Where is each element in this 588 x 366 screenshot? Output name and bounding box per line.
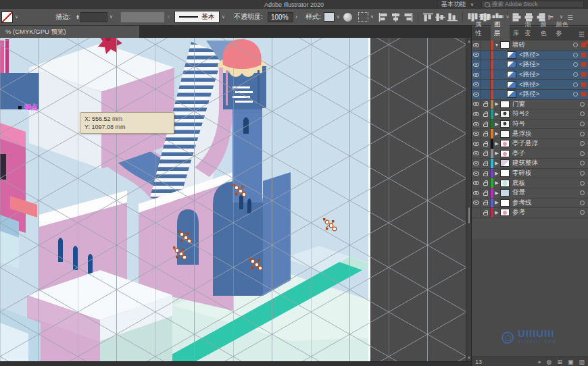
layer-thumbnail[interactable] (500, 130, 510, 138)
target-circle[interactable] (573, 62, 578, 67)
lock-icon[interactable] (481, 169, 491, 178)
eye-toggle-icon[interactable] (472, 60, 481, 70)
eye-toggle-icon[interactable] (472, 51, 481, 60)
layer-name[interactable]: 亭子 (512, 149, 580, 158)
expand-arrow[interactable]: ▶ (493, 190, 500, 196)
lock-icon[interactable] (481, 109, 491, 119)
chevron-down-icon[interactable]: ∨ (15, 14, 18, 20)
layer-thumbnail[interactable] (500, 110, 510, 117)
graphic-style-swatch[interactable] (324, 12, 335, 22)
tab-color-guide[interactable]: 颜色参 (554, 18, 576, 41)
eye-toggle-icon[interactable] (472, 199, 481, 208)
opacity-more-chevron[interactable]: › (295, 14, 297, 20)
eye-toggle-icon[interactable] (472, 178, 481, 188)
align-bottom-icon[interactable] (447, 13, 458, 22)
lock-cell[interactable] (481, 41, 491, 50)
target-circle[interactable] (580, 201, 585, 205)
layer-row[interactable]: <路径> (472, 80, 588, 90)
distribute-left-icon[interactable] (512, 13, 522, 22)
expand-arrow[interactable]: ▶ (493, 101, 500, 107)
target-circle[interactable] (573, 43, 578, 47)
eye-toggle-icon[interactable] (472, 129, 481, 138)
layer-name[interactable]: <路径> (519, 70, 573, 79)
target-circle[interactable] (580, 102, 585, 107)
tab-layers[interactable]: 图层 (491, 18, 510, 41)
eye-toggle-icon[interactable] (472, 90, 481, 99)
selection-square[interactable] (581, 92, 586, 97)
stroke-width-stepper[interactable]: ▲▼ (76, 14, 80, 20)
workspace-switcher[interactable]: 基本功能 ∨ (437, 1, 478, 8)
layer-thumbnail[interactable] (507, 71, 516, 78)
eye-toggle-icon[interactable] (472, 169, 481, 178)
target-circle[interactable] (580, 151, 585, 156)
layer-row[interactable]: ▶ 底板 (472, 178, 588, 188)
layer-thumbnail[interactable] (507, 61, 516, 68)
layer-row[interactable]: ▶ 门窗 (472, 100, 588, 110)
expand-arrow[interactable]: ▶ (493, 200, 500, 205)
layer-name[interactable]: 建筑整体 (512, 159, 580, 167)
delete-layer-icon[interactable]: ▥ (579, 359, 585, 366)
layer-name[interactable]: 符号 (512, 120, 580, 128)
selection-square[interactable] (581, 62, 586, 67)
layer-name[interactable]: <路径> (519, 60, 573, 69)
layer-thumbnail[interactable] (500, 189, 510, 197)
canvas-vertical-scrollbar[interactable]: ▲ ▼ (466, 38, 471, 361)
layer-row[interactable]: ▶ 参考线 (472, 199, 588, 209)
lock-cell[interactable] (481, 60, 491, 70)
layer-row[interactable]: ▶ 参考 (472, 208, 588, 218)
new-sublayer-icon[interactable]: ⊞ (557, 359, 562, 366)
target-circle[interactable] (573, 92, 578, 97)
target-circle[interactable] (580, 171, 585, 176)
layer-row[interactable]: <路径> (472, 60, 588, 70)
layer-name[interactable]: 背景 (512, 188, 580, 197)
recolor-artwork-icon[interactable] (343, 13, 352, 22)
expand-arrow[interactable]: ▶ (493, 180, 500, 186)
make-mask-icon[interactable]: ◍ (547, 359, 552, 366)
artboard-canvas[interactable]: 锚点 X: 556.52 mm Y: 1097.08 mm (0, 38, 466, 361)
lock-icon[interactable] (481, 178, 491, 188)
layer-thumbnail[interactable] (500, 180, 510, 187)
new-layer-icon[interactable]: ▣ (568, 359, 574, 366)
layer-name[interactable]: 亭子悬浮 (512, 139, 580, 148)
target-circle[interactable] (573, 53, 578, 57)
target-circle[interactable] (580, 210, 585, 215)
lock-icon[interactable] (481, 120, 491, 129)
layer-thumbnail[interactable] (500, 120, 510, 128)
select-similar-icon[interactable] (358, 12, 368, 22)
lock-icon[interactable] (481, 208, 491, 217)
target-circle[interactable] (580, 161, 585, 165)
chevron-down-icon[interactable]: ∨ (109, 14, 113, 20)
expand-arrow[interactable]: ▶ (493, 151, 500, 156)
layer-name[interactable]: 符号2 (512, 109, 580, 118)
align-h-center-icon[interactable] (391, 13, 401, 22)
layer-name[interactable]: <路径> (519, 51, 573, 59)
layer-name[interactable]: <路径> (519, 80, 573, 89)
expand-arrow[interactable]: ▶ (493, 161, 500, 166)
lock-icon[interactable] (481, 199, 491, 208)
lock-cell[interactable] (481, 51, 491, 60)
expand-arrow[interactable]: ▶ (493, 210, 500, 215)
target-circle[interactable] (573, 72, 578, 77)
align-left-icon[interactable] (378, 13, 389, 22)
layer-thumbnail[interactable] (507, 81, 516, 88)
layer-row[interactable]: <路径> (472, 51, 588, 61)
document-tab[interactable]: % (CMYK/GPU 预览) (0, 26, 139, 38)
lock-icon[interactable] (481, 159, 491, 168)
layer-thumbnail[interactable] (500, 150, 510, 157)
expand-arrow[interactable]: ▶ (493, 141, 500, 147)
eye-toggle-icon[interactable] (472, 188, 481, 198)
eye-toggle-icon[interactable] (472, 149, 481, 159)
fill-none-swatch[interactable] (1, 11, 13, 23)
stroke-width-field[interactable] (80, 12, 107, 22)
layer-row[interactable]: <路径> (472, 70, 588, 80)
expand-arrow[interactable]: ▶ (493, 171, 500, 176)
chevron-down-icon[interactable]: ∨ (222, 14, 225, 20)
tab-properties[interactable]: 属性 (472, 18, 491, 41)
layer-row[interactable]: ▶ 悬浮块 (472, 129, 588, 139)
layer-thumbnail[interactable] (500, 209, 510, 216)
target-circle[interactable] (580, 132, 585, 136)
lock-icon[interactable] (481, 100, 491, 109)
lock-cell[interactable] (481, 80, 491, 89)
layer-thumbnail[interactable] (500, 140, 510, 147)
selection-square[interactable] (581, 82, 586, 87)
